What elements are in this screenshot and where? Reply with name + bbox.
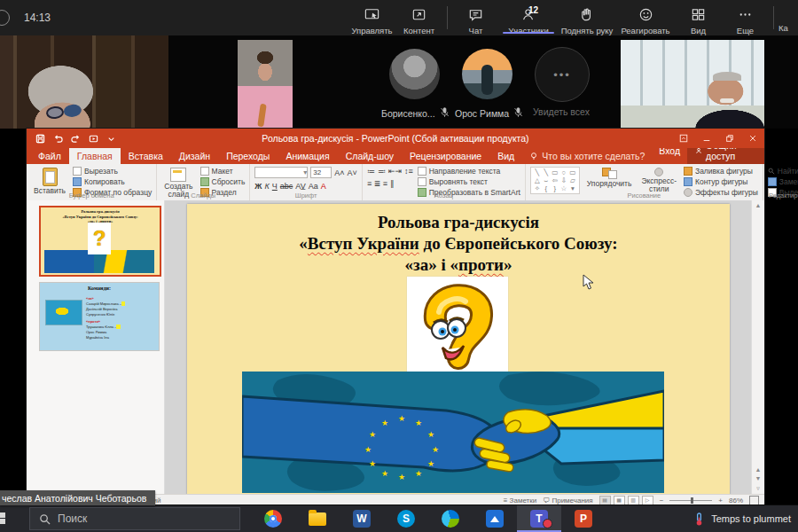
start-slideshow-icon[interactable] [89,134,98,144]
word-app[interactable]: W [340,505,384,532]
zoom-slider[interactable] [669,500,712,501]
scroll-nav-buttons[interactable]: ▲▼▿ [752,466,764,494]
undo-icon[interactable] [53,134,63,144]
text-direction-button[interactable]: Направление текста [418,167,520,176]
comments-button[interactable]: 🗩 Примечания [543,497,592,505]
font-size-combobox[interactable]: 32 [310,167,332,178]
scroll-up-arrow[interactable]: ▲ [752,202,764,208]
numbering-button[interactable]: ≕ [378,167,386,176]
tab-view[interactable]: Вид [489,148,522,164]
redo-icon[interactable] [71,134,81,144]
slide-thumbnail-1[interactable]: 1 Рольова гра-дискусія «Вступ України до… [39,206,161,277]
underline-button[interactable]: Ч [272,182,278,191]
tab-file[interactable]: Файл [30,148,69,164]
close-button[interactable] [741,129,764,148]
grow-font-button[interactable]: A˄ [334,168,344,177]
react-button[interactable]: Реагировать [616,0,675,35]
raise-hand-button[interactable]: Поднять руку [558,0,616,35]
explorer-app[interactable] [295,505,340,532]
tab-review[interactable]: Рецензирование [402,148,489,164]
tab-animations[interactable]: Анимация [278,148,337,164]
restore-button[interactable] [718,129,741,148]
camera-button-partial[interactable]: Ка [778,0,798,33]
bold-button[interactable]: Ж [254,182,262,191]
tab-transitions[interactable]: Переходы [218,148,278,164]
minimize-button[interactable] [695,129,718,148]
ribbon-display-button[interactable] [672,129,695,148]
strikethrough-button[interactable]: abc [280,182,293,191]
layout-button[interactable]: Макет [200,167,246,176]
copy-button[interactable]: Копировать [73,177,152,186]
reset-button[interactable]: Сбросить [200,177,246,186]
svg-text:★: ★ [398,473,405,481]
slide-sorter-button[interactable]: ▦ [614,496,625,505]
replace-button[interactable]: Заменить ▾ [768,177,798,186]
shape-fill-button[interactable]: Заливка фигуры [684,167,758,176]
fit-to-window-button[interactable] [749,496,759,505]
avatar-borysenko[interactable] [389,49,440,99]
font-color-button[interactable]: A [321,182,326,191]
tab-home[interactable]: Главная [69,148,121,164]
chat-button[interactable]: Чат [452,0,499,35]
tab-design[interactable]: Дизайн [171,148,218,164]
italic-button[interactable]: К [264,182,269,191]
weather-widget[interactable]: Temps to plummet [693,512,791,526]
character-spacing-button[interactable]: AV̲ [295,182,305,191]
slide-title[interactable]: Рольова гра-дискусія «Вступ України до Є… [187,212,730,275]
notes-button[interactable]: ≡ Заметки [504,497,537,505]
slide-canvas[interactable]: Рольова гра-дискусія «Вступ України до Є… [187,204,730,495]
video-tile-speaker[interactable] [621,40,764,129]
zoom-knob[interactable] [691,497,693,504]
photos-app[interactable] [473,505,517,532]
align-buttons[interactable]: ≡ ≣ ≡ [367,179,387,188]
handshake-image[interactable]: ★★★ ★★★ ★★★ ★★★ [242,372,664,493]
view-button[interactable]: Вид [675,0,722,35]
tell-me-box[interactable]: Что вы хотите сделать? [522,148,652,164]
shapes-gallery[interactable]: ╲╲▭○▭ △⌣⇦⇩▱ ✧{}☆▾ [530,167,580,194]
slideshow-view-button[interactable]: ▷ [642,496,653,505]
line-spacing-button[interactable]: ↕≡ [404,167,413,176]
find-button[interactable]: Найти [768,167,798,176]
video-tile-1[interactable] [0,35,168,129]
see-all-button[interactable]: ••• [535,47,590,102]
shrink-font-button[interactable]: A˅ [348,168,357,177]
content-button[interactable]: Контент [395,0,442,35]
zoom-out-button[interactable]: − [660,497,664,505]
tab-insert[interactable]: Вставка [121,148,171,164]
qat-customize-icon[interactable] [106,134,116,144]
slide-thumbnail-2[interactable]: 2 Команди: «за» Сахарій Мирослава – Дані… [39,282,160,351]
quick-styles-button[interactable]: Экспресс-стили [638,167,679,195]
zoom-in-button[interactable]: + [718,497,723,505]
skype-app[interactable]: S [384,505,428,532]
more-button[interactable]: Еще [722,0,769,35]
font-name-combobox[interactable]: ▾ [254,167,308,178]
taskbar-search[interactable]: Поиск [29,507,240,530]
participants-button[interactable]: 12 Участники [499,0,558,35]
reading-view-button[interactable]: ▥ [628,496,639,505]
edge-app[interactable] [428,505,473,532]
normal-view-button[interactable]: ▤ [599,496,611,505]
svg-text:★: ★ [415,469,422,478]
shape-outline-button[interactable]: Контур фигуры [684,177,758,186]
indent-buttons[interactable]: ⇤⇥ [388,167,402,176]
avatar-oros-rymma[interactable] [462,49,512,99]
save-icon[interactable] [35,134,45,144]
bullets-button[interactable]: ≔ [367,167,375,176]
powerpoint-app[interactable]: P [561,505,606,532]
chrome-app[interactable] [251,505,295,532]
align-text-button[interactable]: Выровнять текст [418,177,520,186]
vertical-scrollbar[interactable]: ▲ ▲▼▿ [751,200,764,495]
teams-app[interactable]: T [517,505,561,532]
manage-button[interactable]: Управлять [348,0,395,35]
change-case-button[interactable]: Aa [309,182,318,191]
start-button[interactable] [0,512,6,525]
video-tile-2[interactable] [238,40,293,129]
collapse-ribbon-button[interactable]: ⌃ [753,191,759,199]
arrange-button[interactable]: Упорядочить [584,167,635,189]
slide-editor[interactable]: Рольова гра-дискусія «Вступ України до Є… [165,200,751,495]
ppt-titlebar[interactable]: Рольова гра-дискусія - PowerPoint (Сбой … [27,129,764,148]
cut-button[interactable]: Вырезать [73,167,152,176]
zoom-percent[interactable]: 86% [729,497,743,505]
tab-slideshow[interactable]: Слайд-шоу [338,148,402,164]
columns-button[interactable]: ∥ [390,179,395,188]
